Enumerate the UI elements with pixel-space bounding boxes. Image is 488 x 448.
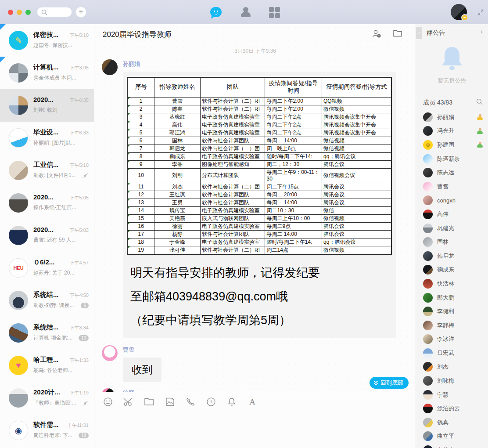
member-name: 李健利 xyxy=(437,307,454,315)
avatar xyxy=(423,307,433,316)
chat-list-item[interactable]: 系统结... 下午3:34 计算机-项金鹏:... 10 xyxy=(0,317,94,349)
sender-name[interactable]: 曹雪 xyxy=(123,345,416,354)
avatar-glyph: ◉ xyxy=(15,426,22,436)
chat-item-title: 2020... xyxy=(33,96,54,103)
member-list: 孙丽娟 冯光升 ☺ 孙建国 陈酒新茶 陈志远 xyxy=(416,109,488,448)
avatar[interactable] xyxy=(102,59,118,75)
table-cell: 电子政务仿真建模实验室 xyxy=(200,152,265,160)
member-row[interactable]: 郎大鹏 xyxy=(416,290,488,304)
table-row: 8鞠成东电子政务仿真建模实验室随时/每周二下午14:qq；腾讯会议 xyxy=(127,152,391,160)
member-row[interactable]: 快活林 xyxy=(416,276,488,290)
table-cell: 每周二上午10：00 xyxy=(265,214,322,222)
member-row[interactable]: 刘咏梅 xyxy=(416,373,488,387)
emoji-icon[interactable] xyxy=(103,397,113,407)
member-name: 陈志远 xyxy=(437,169,454,177)
member-row[interactable]: congxh xyxy=(416,193,488,207)
member-row[interactable]: 巩建光 xyxy=(416,220,488,235)
folder-icon[interactable] xyxy=(393,29,402,37)
member-row[interactable]: 李冰洋 xyxy=(416,332,488,346)
member-row[interactable]: 刘杰 xyxy=(416,359,488,373)
chat-list-item[interactable]: 系统结... 下午4:50 助教-刘野: 调换... 6 xyxy=(0,284,94,317)
history-clock-icon[interactable] xyxy=(206,397,216,407)
chat-list-item[interactable]: ◉ 软件需... 上午11:31 周连科老师: 下... 18 xyxy=(0,414,94,447)
chat-list-item[interactable]: 工业信... 下午5:10 助教: [文件]4月1... xyxy=(0,154,94,187)
chat-list-item[interactable]: 2020计... 下午1:19 『教师』吴艳霞:... xyxy=(0,382,94,414)
chat-item-preview: 『教师』吴艳霞:... xyxy=(33,399,76,407)
notification-bell-icon[interactable] xyxy=(226,397,237,407)
user-avatar[interactable]: – xyxy=(451,4,467,20)
close-window-button[interactable] xyxy=(8,10,13,15)
member-name: 申林山 xyxy=(437,446,454,448)
chat-list-item[interactable]: ✎ 保密技... 下午5:10 赵国冬: 保密技... xyxy=(0,24,94,57)
member-row[interactable]: 曹雪 xyxy=(416,179,488,193)
member-row[interactable]: 冯光升 xyxy=(416,123,488,137)
chat-main: 2020届毕设指导教师 3月30日 下午9:36 孙丽娟 序号指导教师姓名团队疫… xyxy=(95,24,416,448)
chat-list-item[interactable]: ♥ 哈工程... 下午1:33 鸵鸟: 各位老师... xyxy=(0,349,94,382)
table-cell: 微信视频 xyxy=(322,246,391,254)
member-row[interactable]: 国林 xyxy=(416,234,488,248)
member-search-icon[interactable] xyxy=(476,98,483,105)
unread-badge: 10 xyxy=(79,335,89,341)
image-icon[interactable] xyxy=(165,397,175,407)
phone-icon[interactable] xyxy=(185,397,196,407)
search-input[interactable] xyxy=(37,7,72,17)
chat-list-item[interactable]: 毕业设... 下午6:33 孙丽娟: [图片]以... xyxy=(0,122,94,154)
announcement-title: 群公告 xyxy=(427,29,445,36)
chat-item-time: 下午1:19 xyxy=(70,390,89,396)
table-cell: 19 xyxy=(127,246,154,254)
screenshot-scissors-icon[interactable] xyxy=(123,397,134,407)
member-role-icon xyxy=(477,128,483,134)
add-button[interactable]: + xyxy=(75,7,86,18)
table-cell: 腾讯视频会议集中开会 xyxy=(322,113,391,121)
member-row[interactable]: 宁慧 xyxy=(416,387,488,401)
table-cell: 每周二上午9：00-11：30 xyxy=(265,168,322,183)
announcement-header[interactable]: 群公告 › xyxy=(416,24,488,39)
message-input-panel[interactable]: A xyxy=(95,392,416,448)
member-row[interactable]: 韩启龙 xyxy=(416,248,488,262)
chat-list-item[interactable]: 2020... 下午5:05 操作系统-王红滨... xyxy=(0,187,94,219)
chat-list-item[interactable]: 2020... 下午6:35 刘刚: 收到 xyxy=(0,89,94,122)
font-style-icon[interactable]: A xyxy=(247,397,258,407)
add-member-icon[interactable] xyxy=(372,29,381,38)
chat-title: 2020届毕设指导教师 xyxy=(103,29,172,40)
chat-item-time: 下午6:33 xyxy=(70,130,89,136)
avatar[interactable] xyxy=(102,345,118,361)
table-cell: 2 xyxy=(127,105,154,113)
member-row[interactable]: 钱真 xyxy=(416,415,488,429)
text-message[interactable]: 收到 xyxy=(123,358,161,382)
member-row[interactable]: 漂泊的云 xyxy=(416,401,488,415)
image-message[interactable]: 序号指导教师姓名团队疫情期间答疑/指导时间疫情期间答疑/指导方式 1曹雪软件与社… xyxy=(123,72,396,338)
member-row[interactable]: 李静梅 xyxy=(416,318,488,332)
member-row[interactable]: 孙丽娟 xyxy=(416,109,488,123)
member-row[interactable]: 申林山 xyxy=(416,442,488,448)
member-row[interactable]: 陈志远 xyxy=(416,165,488,179)
file-folder-icon[interactable] xyxy=(144,397,154,407)
avatar-glyph: ♥ xyxy=(16,361,21,370)
member-name: 冯光升 xyxy=(437,127,454,135)
messages-tab-icon[interactable] xyxy=(210,7,222,17)
table-cell: 微信视频会议 xyxy=(322,168,391,183)
chat-item-title: 哈工程... xyxy=(33,356,59,364)
member-row[interactable]: 吕宏武 xyxy=(416,345,488,359)
apps-tab-icon[interactable] xyxy=(269,7,280,18)
chat-list-item[interactable]: HEU ０6/2... 下午4:57 赵苏丹: 关于 20... xyxy=(0,252,94,284)
member-row[interactable]: 陈酒新茶 xyxy=(416,151,488,165)
zoom-window-button[interactable] xyxy=(25,10,31,15)
back-to-bottom-button[interactable]: 回到底部 xyxy=(370,377,409,389)
member-row[interactable]: ☺ 孙建国 xyxy=(416,137,488,151)
sender-name[interactable]: 孙丽娟 xyxy=(123,59,416,68)
minimize-window-button[interactable] xyxy=(17,10,22,15)
avatar xyxy=(9,291,28,310)
table-cell: 微信视频 xyxy=(322,105,391,113)
chat-list-item[interactable]: 计算机... 下午3:05 @全体成员 本周... xyxy=(0,57,94,89)
member-row[interactable]: 高伟 xyxy=(416,206,488,220)
resize-icon[interactable] xyxy=(477,9,484,16)
member-row[interactable]: 李健利 xyxy=(416,303,488,318)
member-row[interactable]: 鞠成东 xyxy=(416,262,488,276)
chat-list-item[interactable]: 2020... 下午5:03 曹雪: 还有 59 人... xyxy=(0,219,94,252)
contacts-tab-icon[interactable] xyxy=(240,7,251,18)
table-row: 19张可佳软件与社会计算（二）团周二14点微信视频 xyxy=(127,246,391,254)
table-cell: 周二晚上6点 xyxy=(265,145,322,152)
table-cell: 周二10：30 xyxy=(265,206,322,214)
member-row[interactable]: 曲立平 xyxy=(416,429,488,443)
